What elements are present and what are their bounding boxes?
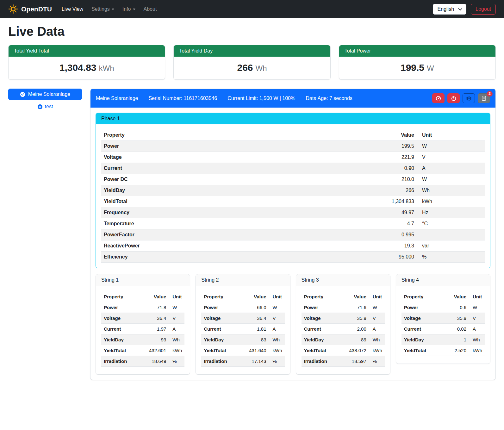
limit-settings-button[interactable] <box>432 93 445 103</box>
row-property: Power DC <box>101 174 290 185</box>
row-unit: kWh <box>269 345 285 356</box>
row-value: 19.3 <box>290 240 417 252</box>
row-unit: % <box>269 356 285 367</box>
table-row: YieldDay 266 Wh <box>101 185 485 196</box>
table-row: Current 0.90 A <box>101 163 485 174</box>
row-unit: kWh <box>417 196 485 207</box>
row-unit: V <box>269 313 285 324</box>
string-title: String 4 <box>396 274 490 286</box>
row-value: 35.9 <box>443 313 469 324</box>
check-circle-icon <box>20 92 25 97</box>
table-row: Current 1.81 A <box>201 324 284 334</box>
row-unit: % <box>369 356 385 367</box>
col-header-property: Property <box>302 291 339 302</box>
logout-button[interactable]: Logout <box>471 4 496 15</box>
nav-settings[interactable]: Settings <box>87 4 118 15</box>
col-header-unit: Unit <box>169 291 184 302</box>
row-value: 36.4 <box>139 313 169 324</box>
row-value: 0.90 <box>290 163 417 174</box>
row-property: Irradiation <box>101 356 139 367</box>
inverter-name: Meine Solaranlage <box>96 96 138 101</box>
col-header-property: Property <box>201 291 239 302</box>
table-row: Power 0.6 W <box>401 302 485 313</box>
power-button[interactable] <box>447 93 460 103</box>
nav-live-view[interactable]: Live View <box>58 4 87 15</box>
row-unit: W <box>469 302 485 313</box>
row-unit: V <box>169 313 184 324</box>
string-title: String 3 <box>296 274 390 286</box>
caret-down-icon <box>112 9 114 10</box>
row-unit: var <box>417 240 485 252</box>
language-select[interactable]: English <box>433 4 466 15</box>
row-property: Irradiation <box>302 356 339 367</box>
row-value: 431.640 <box>239 345 269 356</box>
inverter-panel-header: Meine Solaranlage Serial Number: 1161716… <box>90 89 495 108</box>
nav-info[interactable]: Info <box>118 4 140 15</box>
col-header-unit: Unit <box>369 291 385 302</box>
row-unit: V <box>417 152 485 163</box>
row-property: Voltage <box>101 313 139 324</box>
card-total-yield-total: Total Yield Total 1,304.83kWh <box>8 45 165 80</box>
col-header-value: Value <box>339 291 369 302</box>
string-1-card: String 1 Property Value Unit <box>96 274 190 375</box>
col-header-value: Value <box>290 130 417 141</box>
row-property: Power <box>201 302 239 313</box>
row-unit: kWh <box>169 345 184 356</box>
row-unit: A <box>417 163 485 174</box>
row-value: 1.81 <box>239 324 269 334</box>
table-row: Power 71.6 W <box>302 302 385 313</box>
phase-table: Property Value Unit Power <box>101 130 485 263</box>
row-unit: Wh <box>417 185 485 196</box>
row-value: 266 <box>290 185 417 196</box>
table-row: YieldTotal 1,304.833 kWh <box>101 196 485 207</box>
sidebar-item-label: Meine Solaranlage <box>28 91 70 97</box>
row-property: YieldTotal <box>302 345 339 356</box>
row-unit: W <box>417 174 485 185</box>
row-property: PowerFactor <box>101 229 290 240</box>
cpu-icon <box>466 96 472 101</box>
brand[interactable]: OpenDTU <box>8 4 52 14</box>
inverter-serial: Serial Number: 116171603546 <box>148 96 217 101</box>
nav-about[interactable]: About <box>140 4 161 15</box>
table-row: Current 1.97 A <box>101 324 184 334</box>
col-header-unit: Unit <box>269 291 285 302</box>
table-row: YieldTotal 2.520 kWh <box>401 345 485 356</box>
device-info-button[interactable] <box>463 93 475 103</box>
summary-cards-row: Total Yield Total 1,304.83kWh Total Yiel… <box>8 45 496 80</box>
sidebar-item-test[interactable]: test <box>37 104 53 109</box>
string-2-table: Property Value Unit Power <box>201 291 284 367</box>
row-value: 0.02 <box>443 324 469 334</box>
col-header-value: Value <box>239 291 269 302</box>
row-unit: A <box>369 324 385 334</box>
inverter-actions: 2 <box>432 93 490 103</box>
card-value: 266 <box>237 62 253 73</box>
row-property: Power <box>302 302 339 313</box>
inverter-limit: Current Limit: 1,500 W | 100% <box>227 96 295 101</box>
row-value: 18.649 <box>139 356 169 367</box>
row-property: Frequency <box>101 207 290 218</box>
sidebar-item-meine-solaranlage[interactable]: Meine Solaranlage <box>8 89 82 100</box>
card-unit: W <box>427 64 434 72</box>
row-value: 71.8 <box>139 302 169 313</box>
row-property: Power <box>101 302 139 313</box>
table-row: YieldDay 89 Wh <box>302 334 385 345</box>
row-value: 438.072 <box>339 345 369 356</box>
table-header-row: Property Value Unit <box>201 291 284 302</box>
sidebar-item-label: test <box>45 104 53 109</box>
top-navbar: OpenDTU Live View Settings Info About En… <box>0 0 504 18</box>
row-property: Voltage <box>101 152 290 163</box>
event-log-button[interactable]: 2 <box>478 93 490 103</box>
table-row: YieldTotal 431.640 kWh <box>201 345 284 356</box>
row-unit: A <box>469 324 485 334</box>
string-3-table: Property Value Unit Power <box>302 291 385 367</box>
card-value: 1,304.83 <box>59 62 96 73</box>
power-icon <box>451 96 457 101</box>
card-total-yield-day: Total Yield Day 266Wh <box>173 45 330 80</box>
row-value: 66.0 <box>239 302 269 313</box>
row-property: Power <box>401 302 443 313</box>
card-value: 199.5 <box>401 62 424 73</box>
card-title: Total Yield Total <box>9 45 165 57</box>
table-row: Power 199.5 W <box>101 141 485 152</box>
row-property: Voltage <box>302 313 339 324</box>
table-row: Current 2.00 A <box>302 324 385 334</box>
